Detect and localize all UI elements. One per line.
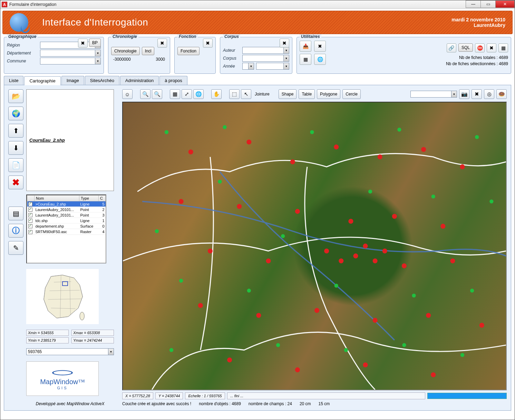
- svg-point-15: [208, 249, 213, 253]
- close-button[interactable]: ✕: [495, 0, 515, 8]
- corpus-combo[interactable]: ▼: [242, 55, 289, 62]
- commune-combo[interactable]: ▼: [40, 58, 101, 64]
- auteur-combo[interactable]: ▼: [242, 47, 289, 54]
- chrono-max: 3000: [156, 57, 165, 62]
- svg-point-8: [460, 164, 465, 169]
- pointer-button[interactable]: ↖: [241, 89, 251, 99]
- svg-point-54: [402, 343, 406, 347]
- corpus-clear-button[interactable]: ✖: [280, 39, 289, 48]
- svg-point-23: [402, 263, 407, 268]
- svg-point-20: [363, 243, 368, 248]
- delete-button[interactable]: ✖: [8, 176, 23, 189]
- camera-button[interactable]: 📷: [459, 89, 469, 99]
- departement-combo[interactable]: ▼: [40, 50, 101, 57]
- annee-combo1[interactable]: ▼: [242, 63, 254, 70]
- layer-list[interactable]: Nom Type C >CoursEau_2.shpLigne5LaurentA…: [26, 194, 106, 263]
- svg-point-37: [310, 130, 314, 134]
- layer-row[interactable]: SRTM90IdF50.ascRaster4: [27, 229, 106, 234]
- import-button[interactable]: 📥: [300, 41, 311, 52]
- cercle-button[interactable]: Cercle: [342, 89, 361, 99]
- chrono-min: -3000000: [113, 57, 131, 62]
- fonction-fieldset: Fonction ✖ Fonction: [174, 37, 216, 74]
- style-button[interactable]: ✎: [8, 241, 23, 255]
- svg-point-46: [179, 279, 183, 282]
- clear-button[interactable]: ✖: [314, 41, 326, 52]
- layer-row[interactable]: tdc.shpLigne1: [27, 218, 106, 223]
- svg-point-44: [431, 194, 435, 198]
- tab-administration[interactable]: Administration: [120, 76, 159, 85]
- util-clear2-button[interactable]: ✖: [487, 43, 496, 52]
- chrono-clear-button[interactable]: ✖: [157, 39, 167, 48]
- svg-point-24: [450, 258, 455, 263]
- chronologie-button[interactable]: Chronologie: [111, 47, 140, 55]
- fonction-clear-button[interactable]: ✖: [203, 39, 213, 48]
- ring-button[interactable]: ◎: [484, 89, 494, 99]
- tabstrip: Liste Cartographie Image SitesArchéo Adm…: [4, 76, 511, 85]
- col-type[interactable]: Type: [79, 196, 99, 201]
- map-canvas[interactable]: [122, 102, 507, 390]
- svg-point-22: [382, 249, 387, 253]
- svg-point-4: [290, 159, 295, 164]
- tab-apropos[interactable]: à propos: [159, 76, 187, 85]
- chrono-fieldset: Chronologie ✖ Chronologie Incl -3000000 …: [108, 37, 170, 74]
- tab-image[interactable]: Image: [61, 76, 84, 85]
- extent-box: Xmin = 534555 Xmax = 653308 Ymin = 23851…: [26, 330, 114, 343]
- window-title: Formulaire d'interrogation: [9, 2, 56, 7]
- incl-button[interactable]: Incl: [142, 47, 155, 55]
- ymax: Ymax = 2474244: [71, 337, 114, 343]
- util-color-button[interactable]: ▦: [498, 43, 508, 52]
- excel-button[interactable]: ▦: [300, 54, 311, 65]
- world-button[interactable]: 🌐: [314, 54, 326, 65]
- extent-button[interactable]: ▦: [170, 89, 180, 99]
- donut-button[interactable]: 🍩: [496, 89, 507, 99]
- smiley-button[interactable]: ☺: [122, 89, 133, 99]
- zoom-out-button[interactable]: 🔍: [152, 89, 162, 99]
- minimize-button[interactable]: —: [466, 0, 481, 8]
- remove-layer-button[interactable]: 📄: [8, 158, 23, 172]
- props-button[interactable]: ▤: [8, 207, 23, 220]
- zoom-in-button[interactable]: 🔍: [140, 89, 150, 99]
- move-up-button[interactable]: ⬆: [8, 124, 23, 138]
- layer-row[interactable]: departement.shpSurface0: [27, 223, 106, 229]
- globe-button[interactable]: 🌐: [193, 89, 204, 99]
- tab-cartographie[interactable]: Cartographie: [24, 76, 60, 85]
- util-delete-button[interactable]: ⛔: [475, 43, 485, 52]
- col-nom[interactable]: Nom: [35, 196, 79, 201]
- annee-combo2[interactable]: ▼: [256, 63, 289, 70]
- maximize-button[interactable]: ▭: [480, 0, 496, 8]
- annee-label: Année: [223, 64, 240, 69]
- tab-liste[interactable]: Liste: [4, 76, 23, 85]
- toolbar-combo[interactable]: ▼: [410, 91, 457, 98]
- corpus-fieldset: Corpus ✖ Auteur▼ Corpus▼ Année ▼ ▼: [220, 37, 292, 74]
- svg-point-13: [392, 214, 397, 219]
- clear-sel-button[interactable]: ✖: [472, 89, 482, 99]
- shape-button[interactable]: Shape: [279, 89, 297, 99]
- util-link-button[interactable]: 🔗: [447, 43, 456, 52]
- polygone-button[interactable]: Polygone: [317, 89, 340, 99]
- sql-button[interactable]: SQL: [458, 43, 473, 52]
- fullextent-button[interactable]: ⤢: [182, 89, 192, 99]
- refresh-layer-button[interactable]: 🌍: [8, 107, 23, 120]
- chrono-legend: Chronologie: [111, 34, 138, 39]
- move-down-button[interactable]: ⬇: [8, 141, 23, 155]
- layer-row[interactable]: >CoursEau_2.shpLigne5: [27, 201, 106, 207]
- bp-button[interactable]: BP: [89, 39, 101, 47]
- select-button[interactable]: ⬚: [229, 89, 240, 99]
- access-app-icon: A: [2, 2, 7, 7]
- current-file[interactable]: CoursEau_2.shp: [26, 89, 114, 191]
- svg-point-39: [475, 135, 479, 139]
- svg-point-49: [412, 293, 416, 297]
- pan-button[interactable]: ✋: [211, 89, 222, 99]
- svg-point-55: [460, 353, 464, 357]
- info-button[interactable]: ⓘ: [8, 224, 23, 238]
- open-folder-button[interactable]: 📂: [8, 89, 23, 103]
- tab-sitesarcheo[interactable]: SitesArchéo: [85, 76, 119, 85]
- fonction-button[interactable]: Fonction: [177, 47, 200, 55]
- table-button[interactable]: Table: [299, 89, 315, 99]
- util-legend: Utilitaires: [300, 34, 321, 39]
- layer-row[interactable]: LaurentAubry_20101...Point3: [27, 212, 106, 218]
- scale-select[interactable]: 593765▼: [26, 348, 114, 355]
- col-c[interactable]: C: [99, 196, 106, 201]
- layer-row[interactable]: LaurentAubry_20101...Point2: [27, 207, 106, 212]
- geo-clear-button[interactable]: ✖: [78, 39, 88, 48]
